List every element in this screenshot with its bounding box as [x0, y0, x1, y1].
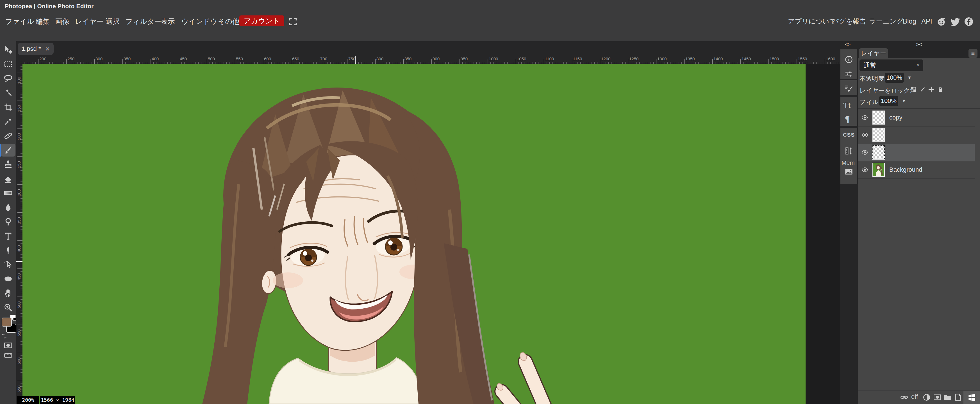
menu-6[interactable]: 表示 [159, 16, 176, 27]
tool-pen[interactable] [1, 244, 16, 257]
document-tab-bar: 1.psd * × [16, 41, 840, 56]
tool-eraser[interactable] [1, 172, 16, 185]
menu-5[interactable]: フィルター [124, 16, 162, 27]
panel-brush-settings-icon[interactable] [844, 84, 853, 93]
layer-row-2[interactable] [858, 144, 975, 161]
tool-lasso[interactable] [1, 72, 16, 85]
layer-thumbnail[interactable] [872, 163, 885, 177]
blur-icon [3, 203, 13, 212]
close-tab-icon[interactable]: × [46, 46, 50, 52]
vertical-ruler: 100150200250300350400450500550600650 [16, 56, 22, 404]
menu-4[interactable]: 選択 [105, 16, 121, 27]
tool-magic-wand[interactable] [1, 86, 16, 99]
layer-row-Background[interactable]: Background [858, 161, 975, 179]
layer-opacity-dropdown-icon[interactable]: ▼ [907, 75, 912, 80]
panel-measure-icon[interactable] [844, 146, 853, 155]
tool-type[interactable] [1, 230, 16, 242]
tab-layers[interactable]: レイヤー [859, 48, 888, 59]
menu-3[interactable]: レイヤー [74, 16, 105, 27]
layer-thumbnail[interactable] [872, 111, 885, 125]
swap-colors-icon[interactable] [1, 333, 7, 339]
spot-heal-icon [3, 131, 13, 141]
panel-image-icon[interactable] [844, 167, 853, 176]
tool-brush[interactable] [1, 144, 16, 157]
lock-transparency-icon[interactable] [910, 86, 917, 93]
ruler-cursor-h [355, 56, 356, 64]
menu-8[interactable]: その他 [217, 16, 240, 27]
quick-mask-icon[interactable] [4, 341, 13, 348]
link-API[interactable]: API [921, 16, 932, 27]
tool-rectangle-select[interactable] [1, 58, 16, 71]
foreground-color-swatch[interactable] [2, 318, 12, 326]
panel-group-0 [840, 49, 857, 79]
tool-path-select[interactable] [1, 258, 16, 271]
facebook-icon[interactable] [963, 16, 974, 27]
menu-account[interactable]: アカウント [239, 16, 284, 26]
panel-info-icon[interactable] [844, 55, 853, 64]
windows-logo-icon [963, 391, 980, 404]
layer-visibility-eye-icon[interactable] [861, 149, 869, 156]
layer-row-1[interactable] [858, 126, 975, 144]
link-icon[interactable] [900, 393, 908, 401]
link-ラーニング[interactable]: ラーニング [869, 16, 903, 27]
tool-blur[interactable] [1, 201, 16, 214]
menu-1[interactable]: 編集 [35, 16, 51, 27]
tool-move[interactable] [1, 43, 16, 56]
canvas-artwork[interactable] [22, 64, 806, 404]
tool-ellipse[interactable] [1, 273, 16, 285]
layer-fill-input[interactable]: 100% [879, 96, 898, 106]
tool-crop[interactable] [1, 101, 16, 114]
tool-gradient[interactable] [1, 187, 16, 200]
collapse-left-icon[interactable]: <> [845, 42, 851, 48]
tool-spot-heal[interactable] [1, 129, 16, 142]
menu-0[interactable]: ファイル [4, 16, 35, 27]
tool-eyedropper[interactable] [1, 115, 16, 128]
effects-icon[interactable]: eff [911, 393, 920, 401]
layer-thumbnail[interactable] [872, 128, 885, 142]
keyboard-shortcuts-icon[interactable] [4, 351, 13, 358]
layer-visibility-eye-icon[interactable] [861, 131, 869, 139]
chevron-down-icon: ˅ [917, 63, 920, 68]
tool-zoom[interactable] [1, 301, 16, 314]
lock-paint-icon[interactable] [919, 86, 926, 93]
menu-7[interactable]: ウインドウ [180, 16, 218, 27]
eyedropper-icon [3, 117, 13, 126]
link-Blog[interactable]: Blog [903, 16, 916, 27]
layer-visibility-eye-icon[interactable] [861, 114, 869, 121]
reddit-icon[interactable] [936, 16, 947, 27]
lock-move-icon[interactable] [928, 86, 935, 93]
twitter-icon[interactable] [950, 16, 961, 27]
panel-menu-icon[interactable]: ≡ [969, 49, 977, 58]
panel-adjustments-icon[interactable] [844, 70, 853, 79]
panel-group-1 [840, 80, 857, 95]
layer-opacity-input[interactable]: 100% [885, 73, 904, 83]
ellipse-icon [3, 274, 13, 284]
adjustment-icon[interactable] [923, 393, 931, 401]
new-layer-icon[interactable] [954, 393, 962, 401]
collapse-right-icon[interactable]: >< [916, 42, 922, 48]
layer-row-copy[interactable]: copy [858, 109, 975, 127]
layer-blend-mode-select[interactable]: 通常 ˅ [859, 59, 923, 71]
zoom-icon [3, 303, 13, 312]
folder-icon[interactable] [943, 393, 951, 401]
top-bar: Photopea | Online Photo Editor アプリについてバグ… [0, 0, 980, 27]
document-tab[interactable]: 1.psd * × [18, 43, 54, 55]
tool-clone-stamp[interactable] [1, 158, 16, 171]
lock-all-icon[interactable] [937, 86, 944, 93]
artwork-woman-illustration [22, 64, 806, 404]
layer-visibility-eye-icon[interactable] [861, 166, 869, 173]
tool-hand[interactable] [1, 287, 16, 299]
menu-2[interactable]: 画像 [54, 16, 70, 27]
link-バグを報告[interactable]: バグを報告 [832, 16, 866, 27]
right-panels-header: <> >< [840, 41, 980, 48]
panel-paragraph[interactable]: ¶ [845, 114, 850, 124]
layer-thumbnail[interactable] [872, 145, 885, 159]
mask-icon[interactable] [933, 393, 942, 401]
fullscreen-icon[interactable] [288, 17, 298, 26]
panel-character[interactable]: Tt [843, 100, 851, 110]
link-アプリについて[interactable]: アプリについて [788, 16, 836, 27]
layer-fill-dropdown-icon[interactable]: ▼ [902, 98, 906, 103]
panel-icon-strip: Tt¶CSSMem [840, 48, 857, 404]
tool-dodge[interactable] [1, 215, 16, 228]
panel-css[interactable]: CSS [843, 132, 855, 138]
